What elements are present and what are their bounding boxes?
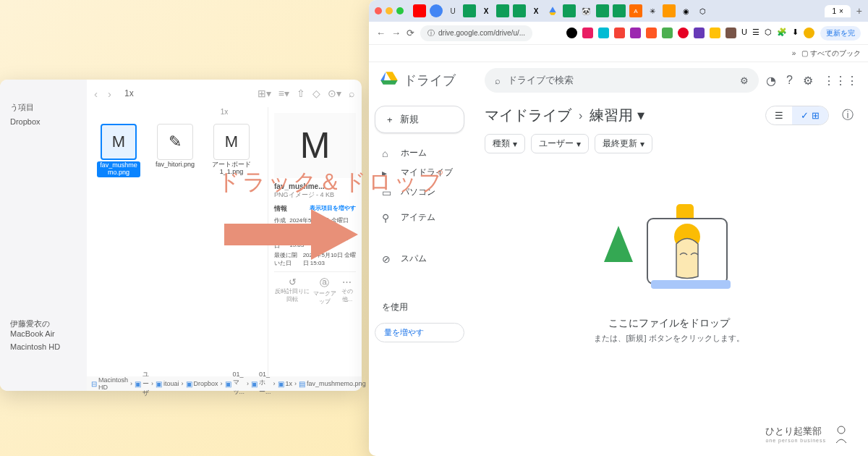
sidebar-item-spam[interactable]: ⊘スパム: [375, 249, 464, 269]
tab-favicon[interactable]: [613, 4, 626, 17]
ext-icon[interactable]: [646, 28, 657, 38]
window-controls[interactable]: [375, 7, 404, 14]
ext-icon[interactable]: [598, 28, 609, 38]
path-segment[interactable]: ▣itouai: [156, 380, 179, 388]
search-icon[interactable]: ⌕: [349, 88, 354, 99]
path-segment[interactable]: ▣01_ホー...: [251, 371, 271, 397]
more-action[interactable]: ⋯その他...: [339, 276, 356, 305]
apps-icon[interactable]: ⋮⋮⋮: [823, 74, 858, 88]
ext-icon[interactable]: [582, 28, 593, 38]
path-segment[interactable]: ▣ユーザ: [135, 370, 149, 398]
tab-favicon[interactable]: [496, 4, 509, 17]
storage-upgrade-button[interactable]: 量を増やす: [375, 323, 464, 342]
tab-favicon[interactable]: [413, 4, 426, 17]
tab-favicon[interactable]: [513, 4, 526, 17]
back-icon[interactable]: ‹: [94, 88, 98, 100]
info-icon[interactable]: ⓘ: [842, 108, 854, 123]
sidebar-item-mydrive[interactable]: ▸マイドライブ: [375, 163, 464, 182]
sidebar-item-computers[interactable]: ▭パソコン: [375, 182, 464, 202]
meta-label: 変更日: [274, 234, 289, 250]
sidebar-item-shared[interactable]: ⚲アイテム: [375, 208, 464, 227]
filter-chip-user[interactable]: ユーザー ▾: [531, 134, 589, 153]
reload-button[interactable]: ⟳: [407, 28, 414, 38]
ext-icon[interactable]: [662, 28, 673, 38]
tab-favicon[interactable]: ✳: [646, 4, 659, 17]
forward-button[interactable]: →: [391, 28, 401, 38]
download-icon[interactable]: ⬇: [792, 28, 799, 38]
sidebar-item[interactable]: 伊藤愛衣のMacBook Air: [6, 316, 81, 340]
sidebar-item[interactable]: Dropbox: [6, 115, 81, 128]
markup-action[interactable]: ⓐマークアップ: [311, 276, 339, 305]
path-segment[interactable]: ▤fav_mushmemo.png: [299, 380, 366, 388]
tab-favicon[interactable]: A: [629, 4, 642, 17]
overflow-icon[interactable]: »: [792, 49, 796, 57]
tab-favicon[interactable]: 🐼: [579, 4, 592, 17]
tab-favicon[interactable]: [463, 4, 476, 17]
minimize-icon[interactable]: [386, 7, 393, 14]
ext-icon[interactable]: [614, 28, 625, 38]
path-segment[interactable]: ▣1x: [278, 380, 293, 388]
tab-favicon[interactable]: ◉: [679, 4, 692, 17]
tab-favicon[interactable]: [563, 4, 576, 17]
forward-icon[interactable]: ›: [108, 88, 111, 100]
ext-icon[interactable]: ⬡: [765, 28, 772, 38]
tab-favicon[interactable]: [546, 4, 559, 17]
settings-icon[interactable]: ⚙: [803, 74, 813, 88]
tab-favicon[interactable]: ⬡: [696, 4, 709, 17]
ext-icon[interactable]: [726, 28, 736, 38]
drive-search[interactable]: ⌕ ドライブで検索 ⚙: [485, 68, 759, 93]
tab-favicon[interactable]: U: [446, 4, 459, 17]
ext-icon[interactable]: [566, 28, 577, 38]
tab-favicon[interactable]: X: [529, 4, 542, 17]
file-item[interactable]: M fav_mushmemo.png: [97, 124, 140, 177]
tab-favicon[interactable]: [663, 4, 676, 17]
tab-favicon[interactable]: [596, 4, 609, 17]
active-tab[interactable]: 1 ×: [825, 5, 850, 17]
rotate-action[interactable]: ↺反時計回りに回転: [274, 276, 311, 305]
filter-icon[interactable]: ⚙: [740, 75, 749, 86]
bookmarks-folder[interactable]: ▢ すべてのブック: [801, 48, 861, 59]
show-more-link[interactable]: 表示項目を増やす: [310, 204, 356, 214]
profile-icon[interactable]: [804, 28, 814, 38]
ext-icon[interactable]: U: [741, 28, 747, 38]
new-tab-button[interactable]: +: [856, 5, 862, 17]
tab-favicon[interactable]: X: [480, 4, 493, 17]
filter-chip-type[interactable]: 種類 ▾: [485, 134, 525, 153]
more-icon: ⋯: [339, 276, 356, 287]
ext-icon[interactable]: ☰: [752, 28, 760, 38]
sidebar-item-home[interactable]: ⌂ホーム: [375, 143, 464, 163]
drive-logo[interactable]: ドライブ: [379, 70, 456, 90]
tab-favicon[interactable]: [430, 4, 443, 17]
list-view-button[interactable]: ☰: [766, 106, 792, 124]
path-segment[interactable]: ⊟Macintosh HD: [91, 376, 128, 391]
help-icon[interactable]: ?: [786, 74, 793, 88]
back-button[interactable]: ←: [376, 28, 386, 38]
action-icon[interactable]: ⊙▾: [328, 88, 341, 99]
close-icon[interactable]: [375, 7, 382, 14]
maximize-icon[interactable]: [396, 7, 404, 14]
ext-icon[interactable]: [694, 28, 705, 38]
ext-icon[interactable]: [678, 28, 689, 38]
group-icon[interactable]: ≡▾: [278, 88, 289, 99]
new-button[interactable]: +新規: [375, 106, 464, 133]
breadcrumb-root[interactable]: マイドライブ: [485, 106, 571, 125]
path-segment[interactable]: ▣01_マッ...: [225, 371, 245, 397]
path-segment[interactable]: ▣Dropbox: [186, 380, 218, 388]
sidebar-item[interactable]: う項目: [6, 100, 81, 115]
sidebar-item[interactable]: Macintosh HD: [6, 340, 81, 353]
close-tab-icon[interactable]: ×: [839, 7, 843, 15]
ext-icon[interactable]: [710, 28, 720, 38]
extensions-icon[interactable]: 🧩: [777, 28, 787, 38]
tag-icon[interactable]: ◇: [312, 88, 320, 99]
address-bar[interactable]: ⓘ drive.google.com/drive/u/...: [420, 25, 532, 41]
update-button[interactable]: 更新を完: [820, 26, 861, 41]
filter-chip-modified[interactable]: 最終更新 ▾: [595, 134, 652, 153]
view-icon[interactable]: ⊞▾: [258, 88, 271, 99]
file-item[interactable]: ✎ fav_hitori.png: [153, 124, 197, 177]
support-icon[interactable]: ◔: [766, 74, 776, 88]
share-icon[interactable]: ⇧: [297, 88, 305, 99]
ext-icon[interactable]: [630, 28, 641, 38]
grid-view-button[interactable]: ✓ ⊞: [792, 106, 828, 124]
file-item[interactable]: M アートボード 1_1.png: [210, 124, 253, 177]
breadcrumb-current[interactable]: 練習用 ▾: [590, 106, 644, 125]
